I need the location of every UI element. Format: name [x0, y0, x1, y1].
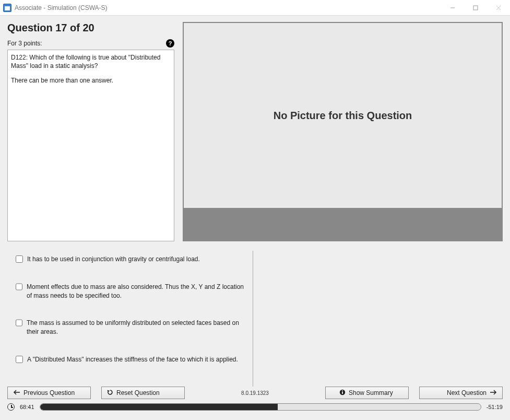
answer-checkbox-3[interactable]	[16, 319, 22, 326]
question-body-line1: D122: Which of the following is true abo…	[11, 53, 171, 70]
help-icon[interactable]: ?	[166, 39, 174, 48]
answer-text: Moment effects due to mass are also cons…	[27, 283, 244, 300]
answer-checkbox-1[interactable]	[16, 255, 23, 263]
picture-panel: No Picture for this Question	[183, 22, 503, 241]
answers-divider	[253, 251, 253, 387]
reset-question-button[interactable]: Reset Question	[101, 387, 185, 399]
close-button[interactable]	[487, 0, 510, 15]
points-label: For 3 points:	[7, 40, 42, 47]
window-title: Associate - Simulation (CSWA-S)	[15, 4, 108, 11]
svg-point-6	[342, 390, 343, 391]
clock-icon	[7, 403, 15, 411]
button-label: Show Summary	[349, 389, 393, 396]
info-icon	[339, 389, 346, 397]
svg-rect-7	[342, 392, 343, 394]
time-progress-fill	[40, 404, 278, 410]
arrow-right-icon	[490, 389, 497, 396]
picture-toolbar	[184, 208, 502, 240]
svg-rect-1	[473, 6, 478, 10]
titlebar: Associate - Simulation (CSWA-S)	[0, 0, 510, 16]
time-progress-bar	[40, 403, 481, 411]
maximize-button[interactable]	[464, 0, 487, 15]
no-picture-label: No Picture for this Question	[274, 110, 412, 122]
answers-column: It has to be used in conjunction with gr…	[7, 251, 253, 387]
status-row: 68:41 -51:19	[7, 401, 503, 415]
answer-option[interactable]: The mass is assumed to be uniformly dist…	[16, 319, 244, 336]
nav-row: Previous Question Reset Question 8.0.19.…	[7, 387, 503, 401]
answer-text: The mass is assumed to be uniformly dist…	[27, 319, 244, 336]
app-icon	[3, 4, 11, 12]
reset-icon	[107, 389, 113, 397]
next-question-button[interactable]: Next Question	[419, 387, 503, 399]
answer-checkbox-2[interactable]	[16, 283, 22, 290]
remaining-time: -51:19	[487, 404, 503, 410]
question-body-line2: There can be more than one answer.	[11, 76, 171, 85]
minimize-button[interactable]	[441, 0, 464, 15]
button-label: Previous Question	[23, 389, 75, 396]
answer-option[interactable]: A "Distributed Mass" increases the stiff…	[16, 355, 244, 364]
answer-checkbox-4[interactable]	[16, 356, 23, 363]
question-text-box: D122: Which of the following is true abo…	[7, 50, 174, 241]
button-label: Reset Question	[116, 389, 160, 396]
question-header: Question 17 of 20	[7, 22, 174, 34]
answer-text: It has to be used in conjunction with gr…	[27, 255, 200, 264]
button-label: Next Question	[447, 389, 487, 396]
arrow-left-icon	[13, 389, 20, 396]
answer-option[interactable]: Moment effects due to mass are also cons…	[16, 283, 244, 300]
show-summary-button[interactable]: Show Summary	[325, 387, 409, 399]
answer-text: A "Distributed Mass" increases the stiff…	[27, 355, 238, 364]
previous-question-button[interactable]: Previous Question	[7, 387, 91, 399]
elapsed-time: 68:41	[20, 404, 34, 410]
answer-option[interactable]: It has to be used in conjunction with gr…	[16, 255, 244, 264]
window-controls	[441, 0, 510, 15]
version-label: 8.0.19.1323	[241, 390, 269, 396]
picture-area: No Picture for this Question	[184, 23, 502, 208]
